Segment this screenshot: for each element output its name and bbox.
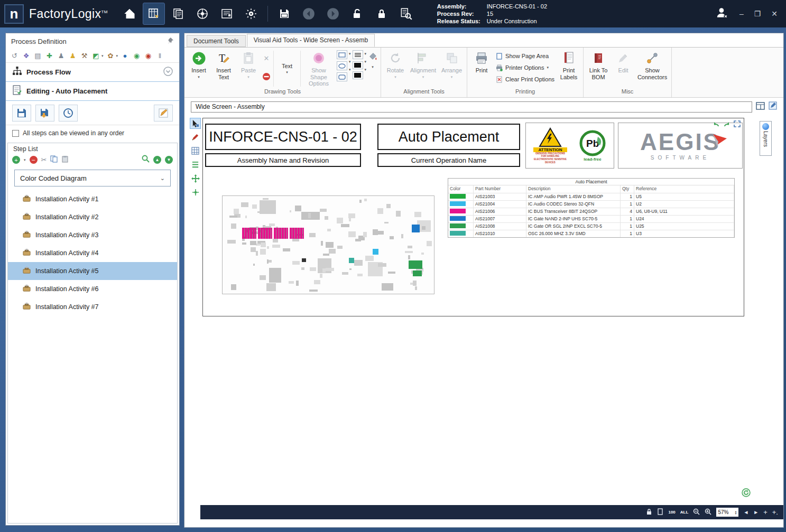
palette-caret-icon[interactable]: ▾ (116, 54, 118, 58)
step-item[interactable]: Installation Activity #3 (8, 226, 177, 244)
grid-tool-icon[interactable] (190, 145, 201, 156)
rectangle-tool[interactable] (337, 50, 347, 59)
cut-icon[interactable]: ✕ (264, 54, 270, 62)
order-checkbox[interactable] (12, 130, 19, 137)
list-tool-icon[interactable] (190, 159, 201, 170)
back-icon[interactable] (298, 3, 320, 25)
design-canvas[interactable]: INFORCE-CNS-01 - 02 Assembly Name and Re… (184, 114, 783, 505)
expand-icon[interactable] (734, 120, 741, 129)
zoom-out-icon[interactable] (693, 508, 700, 517)
merge-icon[interactable]: ❖ (22, 51, 31, 60)
undo-green-icon[interactable] (713, 120, 720, 129)
collapse-chevron-icon[interactable] (163, 67, 173, 78)
lock-icon[interactable] (371, 3, 393, 25)
user-icon[interactable]: ♟ (57, 51, 66, 60)
add-icon[interactable]: + (763, 508, 767, 516)
paste-button[interactable]: Paste ▾ (236, 49, 261, 88)
line-style-caret-icon[interactable]: ▾ (365, 52, 367, 56)
show-shape-options-button[interactable]: Show Shape Options (302, 49, 336, 88)
report-icon[interactable] (216, 3, 238, 25)
documents-icon[interactable] (167, 3, 189, 25)
rounded-rect-caret-icon[interactable]: ▾ (349, 68, 351, 72)
layout-grid-icon[interactable] (756, 102, 765, 112)
print-labels-button[interactable]: Print Labels (557, 49, 581, 88)
compass-icon[interactable] (191, 3, 214, 25)
assembly-caption-box[interactable]: Assembly Name and Revision (205, 153, 361, 167)
move-tool-icon[interactable] (190, 173, 201, 184)
paint-bucket-icon[interactable] (368, 51, 377, 63)
undo-icon[interactable]: ↺ (10, 51, 19, 60)
print-button[interactable]: Print (469, 49, 494, 88)
user-icon[interactable] (715, 6, 729, 22)
aegis-logo-box[interactable]: AEGIS SOFTWARE (618, 123, 743, 169)
assembly-name-box[interactable]: INFORCE-CNS-01 - 02 (205, 124, 361, 150)
rounded-rect-tool[interactable] (337, 72, 347, 81)
save-step-button[interactable] (12, 105, 31, 122)
add-dot-icon[interactable]: +. (772, 508, 778, 516)
process-flow-row[interactable]: Process Flow (6, 63, 179, 82)
move-down-icon[interactable]: ▼ (165, 156, 173, 164)
pointer-tool-icon[interactable] (190, 118, 201, 129)
pcb-diagram[interactable] (222, 195, 434, 294)
pan-tool-icon[interactable] (190, 186, 201, 198)
zoom-in-icon[interactable] (705, 508, 711, 517)
format-brush-icon[interactable] (190, 132, 201, 143)
zoom-spinner[interactable]: ▲▼ (734, 510, 737, 515)
fill-color-swatch[interactable] (353, 71, 363, 79)
maximize-button[interactable]: ❐ (754, 10, 761, 18)
zoom-100-icon[interactable]: 100 (668, 510, 675, 515)
tab-document-tools[interactable]: Document Tools (187, 35, 246, 47)
lock-zoom-icon[interactable] (646, 508, 652, 517)
zoom-step-icon[interactable] (142, 155, 150, 165)
zoom-all-icon[interactable]: ALL (680, 510, 689, 515)
history-button[interactable] (59, 105, 78, 122)
edit-notes-button[interactable] (154, 105, 173, 122)
fill-color-caret-icon[interactable]: ▾ (365, 68, 367, 72)
remove-step-icon[interactable]: − (30, 156, 38, 164)
pin-icon[interactable] (167, 37, 174, 46)
shapes-caret-icon[interactable]: ▾ (101, 54, 104, 58)
process-editor-icon[interactable] (143, 3, 165, 25)
visual-aid-page[interactable]: INFORCE-CNS-01 - 02 Assembly Name and Re… (202, 118, 744, 316)
clear-print-options-button[interactable]: Clear Print Options (496, 73, 554, 85)
unlock-icon[interactable] (346, 3, 368, 25)
link-to-bom-button[interactable]: Link To BOM (586, 49, 611, 88)
line-color-swatch[interactable] (353, 61, 363, 69)
ellipse-caret-icon[interactable]: ▾ (349, 60, 351, 64)
operation-caption-box[interactable]: Current Operation Name (377, 153, 520, 167)
operation-name-box[interactable]: Auto Placement (377, 124, 520, 150)
gear-icon[interactable] (240, 3, 262, 25)
user-role-icon[interactable]: ♟ (68, 51, 77, 60)
move-up-icon[interactable]: ▲ (153, 156, 161, 164)
text-button[interactable]: Text ▾ (275, 49, 299, 88)
add-step-caret-icon[interactable]: ▾ (24, 158, 26, 162)
ellipse-tool[interactable] (337, 61, 347, 70)
insert-button[interactable]: Insert ▾ (187, 49, 211, 88)
show-connectors-button[interactable]: Show Connectors (635, 49, 669, 88)
next-icon[interactable]: ► (753, 509, 759, 515)
tools-icon[interactable]: ⚒ (80, 51, 89, 60)
close-button[interactable]: ✕ (771, 10, 778, 18)
arrange-button[interactable]: Arrange ▾ (439, 49, 465, 88)
start-icon[interactable]: ◉ (132, 51, 141, 60)
print-icon[interactable]: ▤ (33, 51, 42, 60)
line-style-tool[interactable] (353, 50, 363, 59)
printer-options-button[interactable]: Printer Options ▾ (496, 62, 554, 73)
diagram-type-dropdown[interactable]: Color Coded Diagram ⌄ (14, 170, 171, 186)
step-item[interactable]: Installation Activity #5 (8, 262, 177, 280)
step-item[interactable]: Installation Activity #2 (8, 208, 177, 226)
esd-warning-box[interactable]: ATTENTION OBSERVE PRECAUTIONS FOR HANDLI… (525, 123, 614, 169)
import-icon[interactable]: ✚ (45, 51, 54, 60)
home-icon[interactable] (118, 3, 141, 25)
step-item[interactable]: Installation Activity #1 (8, 190, 177, 208)
zoom-level-input[interactable]: 57% ▲▼ (716, 508, 738, 517)
minimize-button[interactable]: – (739, 10, 744, 18)
tab-visual-aid-tools[interactable]: Visual Aid Tools - Wide Screen - Assemb (247, 34, 375, 47)
paint-bucket-caret-icon[interactable]: ▾ (368, 65, 377, 69)
edit-button[interactable]: Edit (611, 49, 635, 88)
cut-icon[interactable]: ✂ (41, 156, 47, 164)
paste-icon[interactable] (61, 155, 69, 165)
edit-document-icon[interactable] (769, 101, 777, 112)
palette-icon[interactable]: ✿ (106, 51, 115, 60)
layers-tab[interactable]: Layers (760, 121, 772, 156)
